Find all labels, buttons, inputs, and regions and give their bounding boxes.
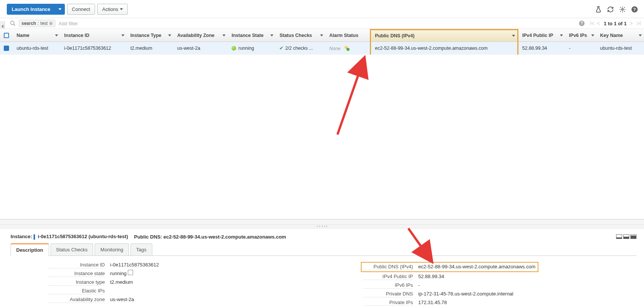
pane-size-small[interactable]	[616, 234, 622, 239]
svg-point-3	[11, 21, 14, 24]
toolbar: Launch Instance Connect Actions ?	[0, 0, 644, 18]
col-public-ip[interactable]: IPv4 Public IP	[518, 30, 566, 42]
toolbar-right: ?	[595, 6, 640, 13]
page-prev-icon[interactable]: <	[597, 20, 601, 26]
actions-button[interactable]: Actions	[97, 4, 128, 15]
help-icon[interactable]: ?	[579, 20, 585, 26]
launch-instance-button[interactable]: Launch Instance	[7, 4, 55, 15]
gear-icon[interactable]	[619, 6, 626, 13]
add-filter-input[interactable]: Add filter	[58, 21, 78, 26]
launch-instance-dropdown[interactable]	[55, 4, 65, 15]
details-header-dns-label: Public DNS:	[134, 234, 162, 240]
table-row[interactable]: ubuntu-rds-test i-0e1171c5875363612 t2.m…	[0, 42, 644, 55]
cell-az: us-west-2a	[173, 42, 228, 55]
kv-value: i-0e1171c5875363612	[110, 262, 159, 268]
sort-icon	[639, 35, 642, 37]
selection-bar-icon	[34, 234, 35, 240]
page-next-icon[interactable]: >	[630, 20, 633, 26]
details-tabs: Description Status Checks Monitoring Tag…	[11, 243, 636, 256]
sort-icon	[222, 35, 225, 37]
launch-instance-group: Launch Instance	[7, 4, 65, 15]
col-instance-id[interactable]: Instance ID	[60, 30, 126, 42]
col-ipv6[interactable]: IPv6 IPs	[565, 30, 596, 42]
col-state[interactable]: Instance State	[228, 30, 276, 42]
tab-status-checks[interactable]: Status Checks	[51, 243, 94, 256]
col-az[interactable]: Availability Zone	[173, 30, 228, 42]
sort-icon	[560, 35, 563, 37]
col-public-dns[interactable]: Public DNS (IPv4)	[371, 30, 518, 42]
details-header-label: Instance:	[11, 234, 32, 239]
pane-size-large[interactable]	[630, 234, 636, 239]
sort-icon	[512, 35, 515, 37]
details-header-dns: ec2-52-88-99-34.us-west-2.compute.amazon…	[164, 234, 286, 240]
table-header-row: Name Instance ID Instance Type Availabil…	[0, 30, 644, 42]
description-right: Public DNS (IPv4) ec2-52-88-99-34.us-wes…	[361, 262, 636, 306]
connect-button[interactable]: Connect	[67, 4, 95, 15]
filter-chip-value: test	[40, 21, 48, 26]
highlight-box: Public DNS (IPv4) ec2-52-88-99-34.us-wes…	[361, 262, 538, 272]
details-resizer[interactable]	[0, 225, 644, 228]
svg-line-6	[337, 59, 364, 135]
cell-key-name: ubuntu-rds-test	[596, 42, 644, 55]
svg-text:?: ?	[581, 21, 583, 25]
svg-text:?: ?	[633, 7, 636, 11]
page-last-icon[interactable]: >l	[636, 20, 640, 26]
pagination-text: 1 to 1 of 1	[604, 21, 627, 26]
cell-instance-id: i-0e1171c5875363612	[60, 42, 126, 55]
tab-tags[interactable]: Tags	[130, 243, 152, 256]
refresh-icon[interactable]	[607, 6, 614, 13]
kv-value: 52.88.99.34	[418, 274, 535, 280]
kv-value: ec2-52-88-99-34.us-west-2.compute.amazon…	[418, 264, 535, 270]
flask-icon[interactable]	[595, 6, 602, 13]
instances-table: Name Instance ID Instance Type Availabil…	[0, 29, 644, 55]
kv-key: Instance state	[48, 271, 105, 277]
cell-state: running	[228, 42, 276, 55]
chevron-down-icon	[120, 8, 123, 10]
kv-key: IPv4 Public IP	[364, 274, 413, 280]
check-icon: ✔	[279, 46, 284, 51]
sort-icon	[168, 35, 171, 37]
select-all-checkbox[interactable]	[4, 33, 9, 38]
cell-public-dns: ec2-52-88-99-34.us-west-2.compute.amazon…	[371, 42, 518, 55]
svg-point-0	[622, 8, 624, 10]
filter-chip-key: search	[21, 21, 36, 26]
sort-icon	[121, 35, 124, 37]
cell-status-checks: ✔2/2 checks ...	[276, 42, 325, 55]
kv-key: Private DNS	[364, 291, 413, 297]
actions-label: Actions	[102, 6, 118, 12]
copy-icon[interactable]	[129, 271, 133, 275]
col-name[interactable]: Name	[13, 30, 60, 42]
sort-icon	[270, 35, 273, 37]
pane-size-picker	[615, 234, 636, 239]
filter-chip[interactable]: search : test ⊗	[19, 20, 55, 27]
cell-name: ubuntu-rds-test	[13, 42, 60, 55]
details-pane: Instance: i-0e1171c5875363612 (ubuntu-rd…	[0, 228, 644, 306]
kv-key: Availability zone	[48, 297, 105, 303]
row-checkbox[interactable]	[4, 46, 9, 51]
filter-bar: search : test ⊗ Add filter ? l< < 1 to 1…	[0, 18, 644, 29]
page-first-icon[interactable]: l<	[590, 20, 594, 26]
kv-key: Instance ID	[48, 262, 105, 268]
cell-ipv6: -	[565, 42, 596, 55]
search-icon	[10, 20, 16, 26]
kv-value: 172.31.45.78	[418, 300, 535, 306]
scroll-hint	[0, 219, 644, 225]
col-key-name[interactable]: Key Name	[596, 30, 644, 42]
kv-value: us-west-2a	[110, 297, 159, 303]
kv-value: -	[418, 282, 535, 289]
col-status-checks[interactable]: Status Checks	[276, 30, 325, 42]
cell-public-ip: 52.88.99.34	[518, 42, 566, 55]
description-content: Instance ID i-0e1171c5875363612 Instance…	[11, 256, 636, 306]
details-header: Instance: i-0e1171c5875363612 (ubuntu-rd…	[11, 232, 636, 243]
alarm-icon[interactable]	[343, 45, 349, 50]
annotation-arrow-icon	[332, 52, 377, 138]
tab-monitoring[interactable]: Monitoring	[95, 243, 129, 256]
tab-description[interactable]: Description	[11, 243, 49, 256]
cell-instance-type: t2.medium	[127, 42, 173, 55]
help-icon[interactable]: ?	[631, 6, 638, 13]
col-instance-type[interactable]: Instance Type	[127, 30, 173, 42]
col-alarm-status[interactable]: Alarm Status	[325, 30, 371, 42]
sort-icon	[55, 35, 58, 37]
close-icon[interactable]: ⊗	[49, 21, 53, 26]
pane-size-half[interactable]	[623, 234, 629, 239]
